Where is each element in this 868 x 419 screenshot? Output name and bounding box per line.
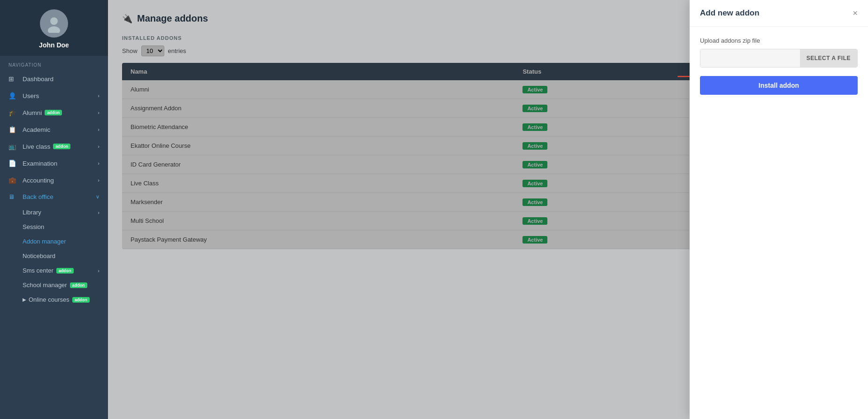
sidebar-sublabel-school-manager: School manager: [23, 282, 67, 289]
liveclass-badge: addon: [53, 144, 70, 149]
chevron-right-icon: ›: [98, 160, 100, 166]
sidebar-label-alumni: Alumni: [23, 109, 42, 116]
sidebar-item-examination[interactable]: 📄 Examination ›: [0, 155, 108, 172]
sidebar-item-alumni[interactable]: 🎓 Alumni addon ›: [0, 104, 108, 121]
sidebar-label-academic: Academic: [23, 126, 50, 133]
sidebar-subitem-addon-manager[interactable]: Addon manager: [0, 234, 108, 249]
academic-icon: 📋: [8, 126, 18, 133]
svg-point-0: [50, 17, 58, 25]
sidebar-label-examination: Examination: [23, 160, 57, 167]
sidebar-subitem-library[interactable]: Library ›: [0, 205, 108, 220]
avatar-icon: [45, 14, 63, 33]
sidebar-subitem-noticeboard[interactable]: Noticeboard: [0, 249, 108, 263]
chevron-down-icon: ∨: [96, 194, 100, 200]
sidebar: John Doe NAVIGATION ⊞ Dashboard 👤 Users …: [0, 0, 108, 419]
sidebar-sublabel-sms-center: Sms center: [23, 267, 54, 274]
panel-close-button[interactable]: ×: [853, 9, 858, 17]
file-input-row: SELECT A FILE: [700, 49, 858, 68]
sidebar-label-dashboard: Dashboard: [23, 76, 54, 83]
panel-header: Add new addon ×: [690, 0, 868, 27]
sidebar-sublabel-session: Session: [23, 223, 44, 230]
chevron-right-icon: ›: [98, 93, 100, 99]
sidebar-label-backoffice: Back office: [23, 193, 54, 200]
alumni-icon: 🎓: [8, 109, 18, 116]
avatar: [40, 9, 68, 38]
chevron-right-icon: ›: [98, 110, 100, 115]
sidebar-sublabel-library: Library: [23, 209, 41, 216]
sidebar-profile: John Doe: [0, 0, 108, 56]
sidebar-subitem-online-courses[interactable]: ▶ Online courses addon: [0, 292, 108, 307]
sidebar-username: John Doe: [39, 41, 69, 49]
sidebar-item-users[interactable]: 👤 Users ›: [0, 87, 108, 104]
accounting-icon: 💼: [8, 176, 18, 184]
sidebar-label-liveclass: Live class: [23, 143, 50, 150]
sidebar-sublabel-addon-manager: Addon manager: [23, 238, 66, 245]
users-icon: 👤: [8, 92, 18, 99]
chevron-right-small-icon: ▶: [23, 297, 26, 302]
install-addon-button[interactable]: Install addon: [700, 76, 858, 95]
panel-body: Upload addons zip file SELECT A FILE Ins…: [690, 27, 868, 419]
backoffice-icon: 🖥: [8, 193, 18, 200]
sidebar-label-accounting: Accounting: [23, 177, 54, 184]
sidebar-sublabel-online-courses: Online courses: [29, 296, 69, 303]
file-input-area: [700, 49, 800, 67]
sidebar-label-users: Users: [23, 92, 39, 99]
add-addon-panel: Add new addon × Upload addons zip file S…: [690, 0, 868, 419]
liveclass-icon: 📺: [8, 143, 18, 150]
sidebar-item-academic[interactable]: 📋 Academic ›: [0, 121, 108, 138]
alumni-badge: addon: [45, 110, 62, 115]
sidebar-item-backoffice[interactable]: 🖥 Back office ∨: [0, 189, 108, 205]
sidebar-sublabel-noticeboard: Noticeboard: [23, 252, 55, 259]
chevron-right-icon: ›: [98, 144, 100, 149]
chevron-right-icon: ›: [98, 268, 100, 274]
sidebar-item-accounting[interactable]: 💼 Accounting ›: [0, 172, 108, 189]
main-content: 🔌 Manage addons INSTALLED ADDONS Show 10…: [108, 0, 868, 419]
examination-icon: 📄: [8, 160, 18, 167]
chevron-right-icon: ›: [98, 127, 100, 132]
upload-label: Upload addons zip file: [700, 37, 858, 44]
nav-section-label: NAVIGATION: [0, 56, 108, 70]
sidebar-item-liveclass[interactable]: 📺 Live class addon ›: [0, 138, 108, 155]
chevron-right-icon: ›: [98, 177, 100, 183]
schoolmanager-badge: addon: [70, 282, 87, 288]
select-file-button[interactable]: SELECT A FILE: [800, 49, 857, 67]
smscenter-badge: addon: [56, 268, 74, 274]
onlinecourses-badge: addon: [72, 297, 90, 303]
svg-point-1: [48, 26, 60, 33]
chevron-right-icon: ›: [98, 210, 100, 215]
sidebar-subitem-school-manager[interactable]: School manager addon: [0, 278, 108, 292]
sidebar-item-dashboard[interactable]: ⊞ Dashboard: [0, 70, 108, 87]
dashboard-icon: ⊞: [8, 75, 18, 83]
sidebar-subitem-sms-center[interactable]: Sms center addon ›: [0, 263, 108, 278]
panel-title: Add new addon: [700, 8, 760, 18]
sidebar-subitem-session[interactable]: Session: [0, 220, 108, 234]
